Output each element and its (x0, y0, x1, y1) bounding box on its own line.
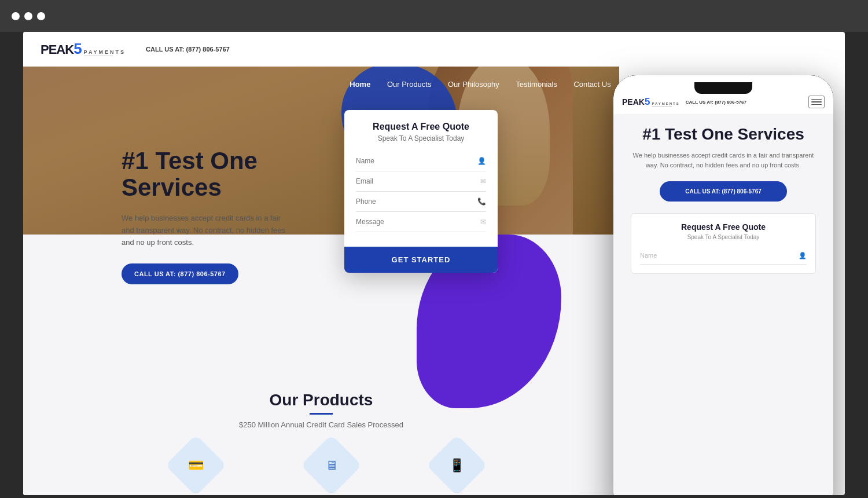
browser-dots (12, 12, 45, 20)
ham-line-3 (811, 104, 822, 105)
desktop-panel: PEAK5 PAYMENTS CALL US AT: (877) 806-576… (23, 32, 619, 495)
logo-peak: PEAK (41, 42, 73, 57)
header-phone: CALL US AT: (877) 806-5767 (146, 46, 230, 53)
nav-bar: Home Our Products Our Philosophy Testimo… (341, 67, 619, 101)
nav-home[interactable]: Home (350, 80, 370, 89)
nav-our-products[interactable]: Our Products (387, 80, 432, 89)
hero-content: #1 Test One Services We help businesses … (122, 148, 336, 284)
product-mobile: 📱 MOBILE PAYMENT (427, 444, 487, 495)
phone-cta-button[interactable]: CALL US AT: (877) 806-5767 (660, 181, 787, 202)
pos-icon-diamond: 🖥 (301, 434, 362, 495)
phone-header-bar: PEAK 5 PAYMENTS CALL US AT: (877) 806-57… (613, 75, 833, 114)
browser-dot-3 (37, 12, 45, 20)
phone-notch (694, 82, 752, 94)
phone-form-subtitle: Speak To A Specialist Today (640, 234, 807, 240)
phone-logo-5: 5 (645, 96, 650, 108)
email-field-wrapper: ✉ (356, 171, 486, 192)
phone-subtext: We help businesses accept credit cards i… (628, 151, 819, 171)
hamburger-menu[interactable] (808, 96, 825, 108)
products-subtitle: $250 Million Annual Credit Card Sales Pr… (23, 420, 619, 429)
form-body: 👤 ✉ 📞 ✉ (344, 148, 498, 241)
message-icon: ✉ (480, 218, 486, 226)
products-underline (310, 413, 333, 415)
hero-cta-button[interactable]: CALL US AT: (877) 806-5767 (122, 263, 238, 284)
phone-input[interactable] (356, 197, 477, 206)
form-card-header: Request A Free Quote Speak To A Speciali… (344, 110, 498, 148)
phone-field-wrapper: 📞 (356, 192, 486, 212)
phone-content: #1 Test One Services We help businesses … (613, 114, 833, 285)
browser-dot-1 (12, 12, 20, 20)
logo-payments: PAYMENTS (84, 49, 126, 55)
products-icons: 💳 PROCESSING SERVICES 🖥 POINT OF SALE 📱 … (23, 444, 619, 495)
form-title: Request A Free Quote (356, 122, 486, 132)
phone-name-placeholder: Name (640, 252, 657, 259)
nav-testimonials[interactable]: Testimonials (516, 80, 557, 89)
phone-logo-payments: PAYMENTS (652, 102, 679, 105)
phone-icon: 📞 (477, 197, 486, 206)
quote-form-card: Request A Free Quote Speak To A Speciali… (344, 110, 498, 273)
name-field-wrapper: 👤 (356, 151, 486, 171)
site-header: PEAK5 PAYMENTS CALL US AT: (877) 806-576… (23, 32, 619, 67)
phone-logo: PEAK 5 PAYMENTS (622, 96, 680, 108)
website-container: PEAK5 PAYMENTS CALL US AT: (877) 806-576… (23, 32, 845, 495)
phone-frame: PEAK 5 PAYMENTS CALL US AT: (877) 806-57… (613, 75, 833, 495)
browser-dot-2 (24, 12, 32, 20)
mobile-icon: 📱 (449, 458, 465, 473)
products-title: Our Products (23, 391, 619, 409)
logo-5: 5 (73, 40, 81, 58)
phone-screen: PEAK 5 PAYMENTS CALL US AT: (877) 806-57… (613, 75, 833, 495)
phone-header-phone: CALL US AT: (877) 806-5767 (686, 100, 803, 105)
product-processing: 💳 PROCESSING SERVICES (156, 444, 236, 495)
form-submit-button[interactable]: GET STARTED (344, 247, 498, 273)
name-icon: 👤 (477, 157, 486, 165)
browser-chrome (0, 0, 868, 32)
phone-name-icon: 👤 (799, 252, 807, 259)
product-pos: 🖥 POINT OF SALE (306, 444, 358, 495)
email-icon: ✉ (480, 177, 486, 185)
ham-line-1 (811, 99, 822, 100)
phone-headline: #1 Test One Services (628, 126, 819, 144)
hero-subtext: We help businesses accept credit cards i… (122, 213, 295, 248)
name-input[interactable] (356, 157, 477, 165)
processing-icon-diamond: 💳 (165, 434, 227, 495)
phone-quote-card: Request A Free Quote Speak To A Speciali… (631, 213, 816, 274)
form-subtitle: Speak To A Specialist Today (356, 134, 486, 142)
nav-our-philosophy[interactable]: Our Philosophy (448, 80, 499, 89)
phone-form-title: Request A Free Quote (640, 222, 807, 232)
message-input[interactable] (356, 218, 480, 226)
message-field-wrapper: ✉ (356, 212, 486, 232)
ham-line-2 (811, 101, 822, 102)
products-section: Our Products $250 Million Annual Credit … (23, 374, 619, 495)
logo-brand: PEAK5 PAYMENTS (41, 40, 126, 58)
phone-logo-peak: PEAK (622, 97, 645, 107)
logo-area: PEAK5 PAYMENTS CALL US AT: (877) 806-576… (41, 40, 230, 58)
hero-headline: #1 Test One Services (122, 148, 336, 201)
pos-icon: 🖥 (325, 458, 338, 473)
phone-name-field: Name 👤 (640, 247, 807, 265)
processing-icon: 💳 (188, 458, 204, 473)
email-input[interactable] (356, 177, 480, 185)
mobile-icon-diamond: 📱 (426, 434, 487, 495)
mobile-phone-container: PEAK 5 PAYMENTS CALL US AT: (877) 806-57… (596, 64, 845, 495)
